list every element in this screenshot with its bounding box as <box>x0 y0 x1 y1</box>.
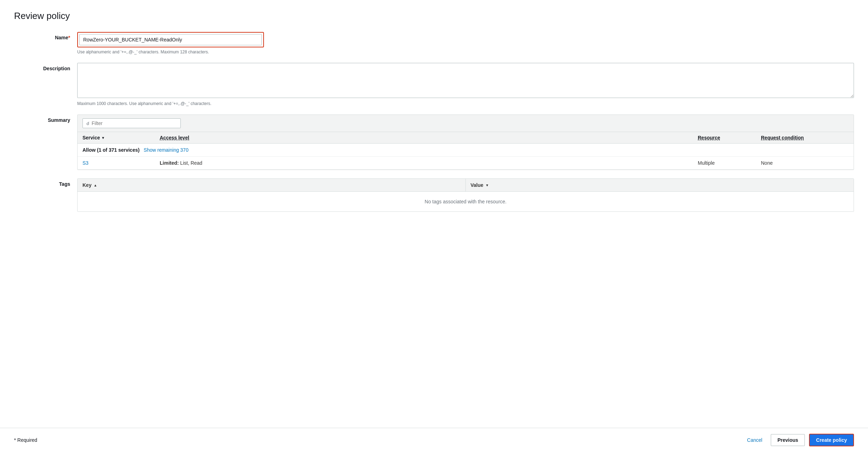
service-cell: S3 <box>82 160 160 166</box>
name-input-wrapper <box>77 32 264 47</box>
tags-label: Tags <box>14 178 77 187</box>
filter-input-wrap: ☌ <box>82 118 181 128</box>
name-hint: Use alphanumeric and '+=,.@-_' character… <box>77 50 854 54</box>
service-sort-icon: ▼ <box>101 136 105 140</box>
summary-section: Summary ☌ Service ▼ Access level Resourc… <box>14 114 854 170</box>
col-resource: Resource <box>698 135 761 140</box>
value-sort-icon: ▼ <box>485 183 489 187</box>
description-textarea[interactable] <box>77 63 854 98</box>
request-condition-cell: None <box>761 160 849 166</box>
filter-bar: ☌ <box>78 115 854 132</box>
description-section: Description Maximum 1000 characters. Use… <box>14 63 854 106</box>
tags-table-header: Key ▲ Value ▼ <box>78 179 854 192</box>
tags-section: Tags Key ▲ Value ▼ No tags associated wi… <box>14 178 854 212</box>
col-request-condition: Request condition <box>761 135 849 140</box>
col-access-level: Access level <box>160 135 698 140</box>
filter-input[interactable] <box>92 120 177 126</box>
service-link[interactable]: S3 <box>82 160 88 166</box>
show-remaining-link[interactable]: Show remaining 370 <box>144 147 188 153</box>
col-value: Value ▼ <box>466 179 854 191</box>
summary-label: Summary <box>14 114 77 123</box>
tags-empty-message: No tags associated with the resource. <box>78 192 854 211</box>
summary-table-header: Service ▼ Access level Resource Request … <box>78 132 854 144</box>
allow-row: Allow (1 of 371 services) Show remaining… <box>78 144 854 157</box>
name-label: Name* <box>14 32 77 40</box>
description-field-content: Maximum 1000 characters. Use alphanumeri… <box>77 63 854 106</box>
page-title: Review policy <box>14 11 854 21</box>
key-sort-icon: ▲ <box>94 183 97 187</box>
name-field-content: Use alphanumeric and '+=,.@-_' character… <box>77 32 854 54</box>
access-level-cell: Limited: List, Read <box>160 160 698 166</box>
col-service[interactable]: Service ▼ <box>82 135 160 140</box>
col-key: Key ▲ <box>78 179 466 191</box>
table-row: S3 Limited: List, Read Multiple None <box>78 157 854 170</box>
search-icon: ☌ <box>86 121 90 126</box>
resource-cell: Multiple <box>698 160 761 166</box>
tags-table: Key ▲ Value ▼ No tags associated with th… <box>77 178 854 212</box>
description-hint: Maximum 1000 characters. Use alphanumeri… <box>77 101 854 106</box>
summary-table: ☌ Service ▼ Access level Resource Reques… <box>77 114 854 170</box>
description-label: Description <box>14 63 77 71</box>
name-section: Name* Use alphanumeric and '+=,.@-_' cha… <box>14 32 854 54</box>
name-input[interactable] <box>79 34 262 45</box>
